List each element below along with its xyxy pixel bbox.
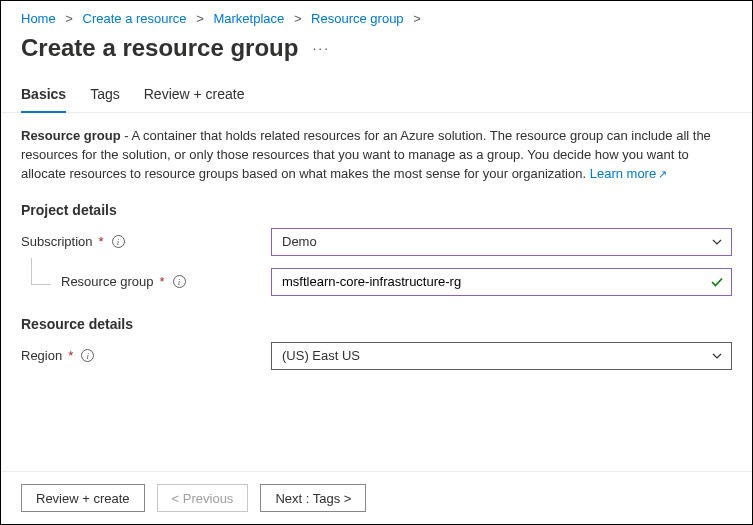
tab-review-create[interactable]: Review + create [144, 78, 245, 112]
chevron-right-icon: > [294, 11, 302, 26]
chevron-down-icon [711, 350, 723, 362]
tab-basics[interactable]: Basics [21, 78, 66, 112]
subscription-row: Subscription * i Demo [21, 228, 732, 256]
resource-group-row: Resource group * i [21, 268, 732, 296]
external-link-icon: ↗ [658, 168, 667, 180]
subscription-label: Subscription [21, 234, 93, 249]
breadcrumb-marketplace[interactable]: Marketplace [213, 11, 284, 26]
learn-more-link[interactable]: Learn more↗ [590, 166, 667, 181]
more-actions-icon[interactable]: ··· [312, 40, 330, 56]
breadcrumb-home[interactable]: Home [21, 11, 56, 26]
region-label: Region [21, 348, 62, 363]
breadcrumb: Home > Create a resource > Marketplace >… [1, 1, 752, 30]
region-select[interactable]: (US) East US [271, 342, 732, 370]
page-title: Create a resource group [21, 34, 298, 62]
breadcrumb-resource-group[interactable]: Resource group [311, 11, 404, 26]
page-header: Create a resource group ··· [1, 30, 752, 78]
region-value: (US) East US [282, 348, 360, 363]
required-indicator: * [68, 348, 73, 363]
review-create-button[interactable]: Review + create [21, 484, 145, 512]
breadcrumb-create-resource[interactable]: Create a resource [83, 11, 187, 26]
previous-button: < Previous [157, 484, 249, 512]
content-area: Resource group - A container that holds … [1, 113, 752, 471]
required-indicator: * [160, 274, 165, 289]
info-icon[interactable]: i [173, 275, 186, 288]
footer-actions: Review + create < Previous Next : Tags > [1, 471, 752, 524]
subscription-value: Demo [282, 234, 317, 249]
project-details-heading: Project details [21, 202, 732, 218]
region-row: Region * i (US) East US [21, 342, 732, 370]
next-button[interactable]: Next : Tags > [260, 484, 366, 512]
info-icon[interactable]: i [112, 235, 125, 248]
chevron-down-icon [711, 236, 723, 248]
resource-details-heading: Resource details [21, 316, 732, 332]
tab-tags[interactable]: Tags [90, 78, 120, 112]
info-icon[interactable]: i [81, 349, 94, 362]
required-indicator: * [99, 234, 104, 249]
chevron-right-icon: > [413, 11, 421, 26]
tabs: Basics Tags Review + create [1, 78, 752, 113]
resource-group-input[interactable] [271, 268, 732, 296]
description-bold: Resource group [21, 128, 121, 143]
subscription-select[interactable]: Demo [271, 228, 732, 256]
chevron-right-icon: > [196, 11, 204, 26]
description-text: Resource group - A container that holds … [21, 127, 732, 184]
chevron-right-icon: > [65, 11, 73, 26]
resource-group-label: Resource group [61, 274, 154, 289]
